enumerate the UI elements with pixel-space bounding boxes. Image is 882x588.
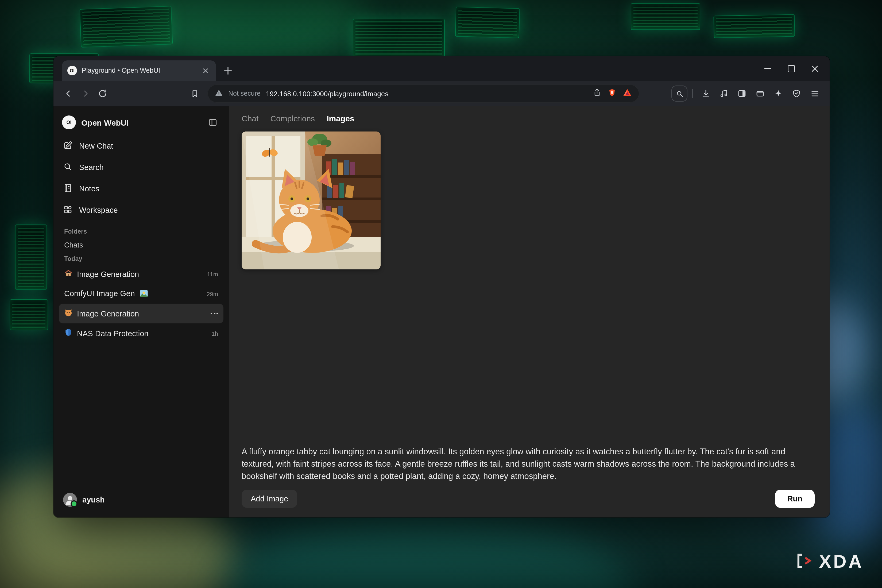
- sidebar-toggle-icon[interactable]: [205, 115, 220, 130]
- user-name: ayush: [82, 495, 105, 504]
- sidebar-item-notes[interactable]: Notes: [59, 178, 224, 200]
- search-icon: [63, 162, 73, 173]
- chat-row-comfyui-image-gen[interactable]: ComfyUI Image Gen 29m: [59, 284, 224, 304]
- address-bar[interactable]: Not secure 192.168.0.100:3000/playground…: [207, 84, 639, 103]
- reload-icon[interactable]: [95, 86, 110, 101]
- sidebar-item-new-chat[interactable]: New Chat: [59, 135, 224, 157]
- openwebui-logo-icon: OI: [62, 116, 76, 129]
- sidebar-item-search[interactable]: Search: [59, 157, 224, 178]
- forward-icon[interactable]: [78, 86, 93, 101]
- brave-shield-icon[interactable]: [608, 88, 616, 99]
- folders-section-label: Folders: [59, 221, 224, 237]
- maximize-icon[interactable]: [779, 56, 803, 81]
- house-icon: [64, 269, 73, 279]
- brave-rewards-icon[interactable]: [623, 88, 632, 99]
- menu-icon[interactable]: [807, 86, 822, 101]
- sidebar-item-label: Workspace: [79, 206, 118, 214]
- prompt-text[interactable]: A fluffy orange tabby cat lounging on a …: [242, 445, 814, 482]
- tab-favicon-icon: OI: [68, 66, 77, 75]
- xda-logo-icon: [795, 551, 814, 572]
- vpn-shield-icon[interactable]: [789, 86, 804, 101]
- warning-icon: [215, 88, 223, 99]
- share-icon[interactable]: [593, 88, 602, 99]
- back-icon[interactable]: [61, 86, 76, 101]
- openwebui-app: OI Open WebUI New Chat Searc: [54, 106, 830, 518]
- media-icon[interactable]: [716, 86, 731, 101]
- download-icon[interactable]: [698, 86, 713, 101]
- xda-logo-text: XDA: [819, 551, 864, 572]
- sidebar-header: OI Open WebUI: [59, 112, 224, 135]
- browser-toolbar: Not secure 192.168.0.100:3000/playground…: [54, 81, 830, 106]
- today-section-label: Today: [59, 250, 224, 264]
- toolbar-divider: [692, 89, 693, 98]
- cat-icon: [64, 308, 73, 319]
- search-box-icon[interactable]: [672, 86, 687, 101]
- add-image-button[interactable]: Add Image: [242, 490, 297, 508]
- chat-row-nas-data-protection[interactable]: NAS Data Protection 1h: [59, 323, 224, 343]
- toolbar-right-cluster: [672, 86, 822, 101]
- notes-icon: [63, 183, 73, 194]
- generated-image-cat[interactable]: [242, 132, 381, 269]
- browser-tab[interactable]: OI Playground • Open WebUI: [62, 60, 216, 81]
- app-title: Open WebUI: [81, 118, 200, 127]
- actions-row: Add Image Run: [242, 490, 814, 508]
- chat-row-label: Image Generation: [77, 270, 203, 278]
- chat-row-image-generation-cat[interactable]: Image Generation: [59, 304, 224, 323]
- bookmark-icon[interactable]: [187, 86, 202, 101]
- playground-main: Chat Completions Images: [229, 106, 830, 518]
- chat-row-label: Image Generation: [77, 309, 206, 318]
- sidebar: OI Open WebUI New Chat Searc: [54, 106, 229, 518]
- chat-row-timestamp: 29m: [207, 291, 218, 297]
- tab-chat[interactable]: Chat: [242, 114, 258, 123]
- url-text: 192.168.0.100:3000/playground/images: [266, 90, 588, 98]
- security-label: Not secure: [228, 90, 261, 97]
- chat-row-label: NAS Data Protection: [77, 329, 207, 338]
- leo-sparkle-icon[interactable]: [771, 86, 786, 101]
- chat-row-label: ComfyUI Image Gen: [64, 289, 202, 298]
- browser-tabstrip: OI Playground • Open WebUI: [54, 56, 830, 81]
- tab-images[interactable]: Images: [327, 114, 354, 123]
- avatar: [63, 493, 77, 507]
- tab-completions[interactable]: Completions: [270, 114, 315, 123]
- playground-tabs: Chat Completions Images: [242, 114, 814, 123]
- run-button[interactable]: Run: [775, 490, 814, 508]
- window-controls: [756, 56, 826, 81]
- new-tab-icon[interactable]: [220, 63, 235, 78]
- browser-window: OI Playground • Open WebUI: [54, 56, 830, 518]
- minimize-icon[interactable]: [756, 56, 779, 81]
- address-pill-actions: [593, 88, 632, 99]
- chat-row-image-generation-house[interactable]: Image Generation 11m: [59, 264, 224, 284]
- sidebar-item-label: Search: [79, 163, 104, 172]
- sidebar-item-workspace[interactable]: Workspace: [59, 200, 224, 221]
- sidebar-item-label: Notes: [79, 184, 99, 193]
- chat-row-timestamp: 1h: [212, 330, 218, 336]
- user-menu[interactable]: ayush: [59, 489, 224, 511]
- chats-section-link[interactable]: Chats: [59, 237, 224, 250]
- new-chat-icon: [63, 140, 73, 152]
- wallet-icon[interactable]: [753, 86, 768, 101]
- workspace-icon: [63, 204, 73, 216]
- close-icon[interactable]: [803, 56, 826, 81]
- shield-icon: [64, 328, 73, 338]
- online-dot-icon: [70, 500, 78, 507]
- stage: XDA OI Playground • Open WebUI: [0, 0, 882, 588]
- canvas-spacer: [242, 269, 814, 445]
- chat-row-timestamp: 11m: [207, 271, 218, 277]
- tab-close-icon[interactable]: [200, 65, 211, 76]
- sidebar-panel-icon[interactable]: [735, 86, 749, 101]
- xda-logo: XDA: [795, 551, 864, 572]
- sunrise-icon: [140, 290, 148, 298]
- sidebar-item-label: New Chat: [79, 142, 113, 150]
- ellipsis-menu-icon[interactable]: [211, 313, 218, 314]
- tab-title: Playground • Open WebUI: [82, 67, 195, 74]
